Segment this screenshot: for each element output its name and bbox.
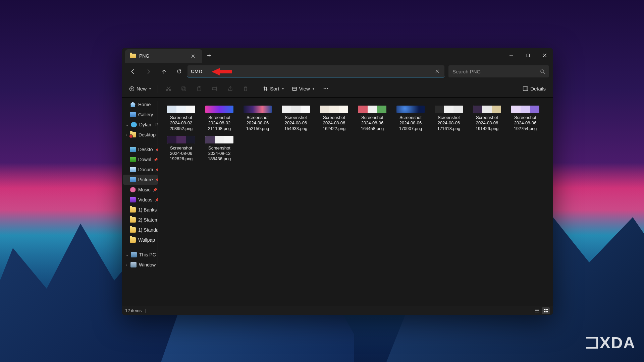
svg-rect-0: [527, 54, 529, 57]
sidebar-item-pic[interactable]: Picture📌: [123, 175, 158, 185]
pin-icon: 📌: [155, 198, 158, 202]
file-item[interactable]: Screenshot 2024-08-06 191426.png: [468, 104, 506, 135]
file-name: Screenshot 2024-08-12 185436.png: [202, 145, 236, 162]
close-window-button[interactable]: [536, 48, 553, 63]
file-name: Screenshot 2024-08-02 203952.png: [164, 115, 198, 131]
view-thumbnails-button[interactable]: [542, 307, 550, 314]
tab-png[interactable]: PNG: [125, 49, 202, 63]
titlebar[interactable]: PNG: [122, 48, 553, 63]
sidebar-item-desktop[interactable]: Deskto📌: [123, 144, 158, 155]
details-pane-button[interactable]: Details: [519, 83, 549, 95]
file-item[interactable]: Screenshot 2024-08-12 185436.png: [200, 135, 238, 165]
folder-icon: [130, 217, 136, 223]
new-tab-button[interactable]: [202, 48, 216, 63]
sidebar-item-drive[interactable]: ›Window: [123, 260, 158, 270]
item-count: 12 items: [125, 308, 142, 313]
sidebar-item-music[interactable]: Music📌: [123, 185, 158, 195]
thumbnail: [511, 106, 539, 113]
sort-button[interactable]: Sort▾: [260, 83, 287, 95]
share-button[interactable]: [223, 83, 237, 95]
toolbar: New▾ Sort▾ View▾ Details: [122, 80, 553, 98]
gallery-icon: [130, 112, 136, 117]
file-item[interactable]: Screenshot 2024-08-06 162422.png: [315, 104, 353, 135]
more-button[interactable]: [319, 83, 333, 95]
svg-rect-18: [544, 311, 545, 312]
folder-icon: [130, 207, 136, 213]
sidebar-item-home[interactable]: Home: [123, 100, 158, 110]
dl-icon: [130, 157, 136, 162]
doc-icon: [130, 167, 136, 172]
chevron-down-icon: ⌄: [126, 123, 128, 127]
svg-rect-11: [292, 87, 297, 90]
thumbnail: [205, 136, 233, 143]
maximize-button[interactable]: [520, 48, 536, 63]
music-icon: [130, 187, 136, 192]
status-bar: 12 items |: [122, 306, 553, 315]
pin-icon: 📌: [154, 158, 158, 162]
file-item[interactable]: Screenshot 2024-08-06 164458.png: [353, 104, 391, 135]
rename-button[interactable]: [208, 83, 222, 95]
file-item[interactable]: Screenshot 2024-08-06 192826.png: [162, 135, 200, 165]
sidebar-item-doc[interactable]: Docum📌: [123, 165, 158, 175]
file-item[interactable]: Screenshot 2024-08-06 170907.png: [391, 104, 430, 135]
file-item[interactable]: Screenshot 2024-08-06 152150.png: [238, 104, 277, 135]
svg-point-12: [324, 88, 325, 89]
sidebar-item-desktop-od[interactable]: ›Desktop: [123, 130, 158, 140]
drive-icon: [130, 262, 137, 267]
minimize-button[interactable]: [503, 48, 520, 63]
back-button[interactable]: [126, 65, 140, 77]
sidebar-item-dl[interactable]: Downl📌: [123, 155, 158, 165]
file-name: Screenshot 2024-08-06 170907.png: [393, 115, 428, 131]
svg-rect-7: [183, 88, 186, 91]
file-grid[interactable]: Screenshot 2024-08-02 203952.pngScreensh…: [159, 98, 553, 306]
up-button[interactable]: [157, 65, 171, 77]
sidebar-item-gallery[interactable]: Gallery: [123, 110, 158, 120]
file-name: Screenshot 2024-08-06 191426.png: [470, 115, 504, 131]
svg-rect-6: [182, 87, 185, 90]
copy-button[interactable]: [177, 83, 191, 95]
forward-button[interactable]: [141, 65, 155, 77]
folder-icon: [130, 132, 136, 137]
nav-row: [122, 63, 553, 80]
new-button[interactable]: New▾: [126, 83, 154, 95]
file-item[interactable]: Screenshot 2024-08-06 192754.png: [506, 104, 544, 135]
watermark: XDA: [586, 334, 636, 352]
sidebar[interactable]: Home Gallery ⌄Dylan - Pe ›Desktop Deskto…: [122, 98, 159, 306]
svg-rect-19: [546, 311, 548, 312]
sidebar-item-folder[interactable]: 1) Standa: [123, 225, 158, 235]
video-icon: [130, 197, 136, 202]
cut-button[interactable]: [161, 83, 175, 95]
delete-button[interactable]: [238, 83, 253, 95]
sidebar-item-onedrive[interactable]: ⌄Dylan - Pe: [123, 120, 158, 130]
folder-icon: [130, 227, 136, 233]
chevron-down-icon: ▾: [313, 87, 314, 90]
folder-icon: [130, 237, 136, 243]
address-input[interactable]: [191, 68, 433, 74]
paste-button[interactable]: [192, 83, 206, 95]
pin-icon: 📌: [155, 178, 158, 182]
sidebar-item-folder[interactable]: Wallpap: [123, 235, 158, 245]
pic-icon: [130, 177, 136, 182]
view-details-button[interactable]: [533, 307, 541, 314]
sidebar-item-video[interactable]: Videos📌: [123, 195, 158, 205]
file-item[interactable]: Screenshot 2024-08-06 171618.png: [430, 104, 468, 135]
chevron-right-icon: ›: [126, 133, 128, 137]
sidebar-item-folder[interactable]: 2) Statem: [123, 215, 158, 225]
sidebar-item-thispc[interactable]: ⌄This PC: [123, 250, 158, 260]
view-button[interactable]: View▾: [288, 83, 318, 95]
file-name: Screenshot 2024-08-06 192754.png: [508, 115, 542, 131]
file-item[interactable]: Screenshot 2024-08-02 203952.png: [162, 104, 200, 135]
tab-close-button[interactable]: [188, 51, 198, 61]
svg-point-14: [327, 88, 328, 89]
svg-point-5: [169, 89, 170, 91]
file-item[interactable]: Screenshot 2024-08-06 154933.png: [277, 104, 315, 135]
svg-rect-16: [544, 309, 545, 310]
file-item[interactable]: Screenshot 2024-08-02 211108.png: [200, 104, 238, 135]
search-box[interactable]: [448, 65, 549, 77]
tab-title: PNG: [139, 53, 185, 59]
address-bar[interactable]: [187, 65, 444, 77]
sidebar-item-folder[interactable]: 1) Banks: [123, 205, 158, 215]
address-clear-button[interactable]: [433, 67, 441, 75]
search-input[interactable]: [452, 69, 540, 74]
refresh-button[interactable]: [172, 65, 186, 77]
